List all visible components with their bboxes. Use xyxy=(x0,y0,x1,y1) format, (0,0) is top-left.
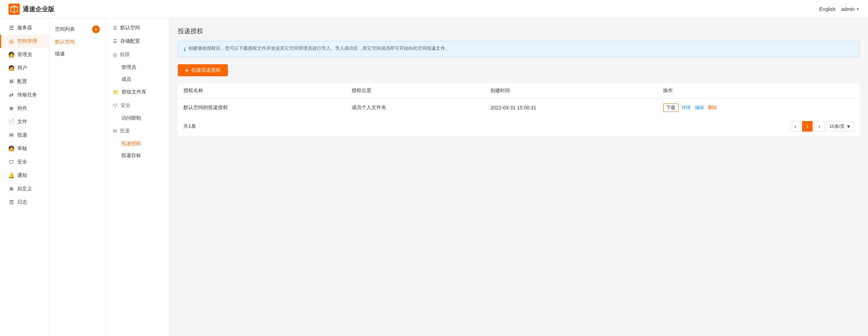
sidebar-label-custom: 自定义 xyxy=(17,186,32,192)
space-list-title: 空间列表 xyxy=(55,26,75,32)
space-list-header: 空间列表 + xyxy=(49,23,105,36)
sidebar-label-admin: 管理员 xyxy=(17,52,32,58)
sidebar-item-deliver[interactable]: ✉ 投递 xyxy=(0,128,49,142)
menu-item-default-space[interactable]: ☰ 默认空间 xyxy=(106,21,169,35)
header-right: English admin ▼ xyxy=(819,6,860,12)
col-created: 创建时间 xyxy=(485,83,657,98)
detail-button[interactable]: 详情 xyxy=(680,104,692,112)
header: 通速企业版 English admin ▼ xyxy=(0,0,868,18)
sidebar-label-log: 日志 xyxy=(17,199,27,205)
sidebar-item-security[interactable]: 🛡 安全 xyxy=(0,155,49,169)
notify-icon: 🔔 xyxy=(8,172,14,179)
logo-icon xyxy=(8,4,20,15)
custom-icon: ⊕ xyxy=(8,186,14,192)
sidebar-item-admin[interactable]: 🧑 管理员 xyxy=(0,48,49,61)
next-page-button[interactable]: › xyxy=(814,121,825,132)
transfer-icon: ⇄ xyxy=(8,92,14,98)
menu-label-default-space: 默认空间 xyxy=(120,25,140,31)
sidebar-item-log[interactable]: ☰ 日志 xyxy=(0,196,49,209)
pagination: ‹ 1 › 10条/页 ▼ xyxy=(790,121,854,132)
space-item-default[interactable]: 默认空间 xyxy=(49,36,105,48)
menu-group-permission: ◎ 权限 xyxy=(106,48,169,61)
create-deliver-auth-button[interactable]: ⊕ 创建投递授权 xyxy=(178,64,228,76)
col-name: 授权名称 xyxy=(178,83,346,98)
storage-icon: ☰ xyxy=(113,38,117,44)
menu-group-deliver: ✉ 投递 xyxy=(106,124,169,138)
submenu-item-deliver-target[interactable]: 投递目标 xyxy=(106,150,169,162)
download-button[interactable]: 下载 xyxy=(663,103,679,112)
deliver-auth-table: 授权名称 授权位置 创建时间 操作 默认空间的投递授权 成员个人文件夹 2022… xyxy=(178,83,860,117)
space-item-default-label: 默认空间 xyxy=(55,39,75,44)
add-space-button[interactable]: + xyxy=(92,25,100,33)
default-space-icon: ☰ xyxy=(113,25,117,31)
sidebar-label-server: 服务器 xyxy=(17,25,32,31)
sidebar-item-config[interactable]: ⚙ 配置 xyxy=(0,75,49,88)
user-icon: 🧑 xyxy=(8,65,14,71)
plus-icon: ⊕ xyxy=(185,67,189,73)
page-1-button[interactable]: 1 xyxy=(802,121,813,132)
user-menu[interactable]: admin ▼ xyxy=(841,6,860,12)
group-lib-icon: 📁 xyxy=(113,89,119,95)
sidebar-item-user[interactable]: 🧑 用户 xyxy=(0,61,49,75)
cell-actions: 下载 详情 编辑 删除 xyxy=(657,98,860,117)
sidebar-item-notify[interactable]: 🔔 通知 xyxy=(0,169,49,182)
menu-item-group-lib[interactable]: 📁 群组文件库 xyxy=(106,85,169,99)
security-icon: 🛡 xyxy=(8,159,14,165)
submenu-label-member: 成员 xyxy=(121,76,131,82)
submenu-item-access-limit[interactable]: 访问限制 xyxy=(106,112,169,124)
edit-button[interactable]: 编辑 xyxy=(693,104,705,112)
space-item-susv-label: 镭速 xyxy=(55,51,65,56)
total-count: 共1条 xyxy=(183,123,196,130)
menu-item-storage[interactable]: ☰ 存储配置 xyxy=(106,35,169,48)
menu-group-security: 🛡 安全 xyxy=(106,99,169,112)
col-location: 授权位置 xyxy=(346,83,485,98)
layout: ☰ 服务器 ◎ 空间管理 🧑 管理员 🧑 用户 ⚙ 配置 ⇄ 传输任务 ⊕ 协作… xyxy=(0,18,868,336)
info-icon: ℹ xyxy=(184,46,186,53)
prev-page-button[interactable]: ‹ xyxy=(790,121,801,132)
review-icon: 🧑 xyxy=(8,145,14,152)
sidebar-item-collab[interactable]: ⊕ 协作 xyxy=(0,102,49,115)
sidebar-label-file: 文件 xyxy=(17,119,27,125)
sidebar-label-security: 安全 xyxy=(17,159,27,165)
create-btn-label: 创建投递授权 xyxy=(191,67,221,73)
submenu-item-deliver-auth[interactable]: 投递授权 xyxy=(106,138,169,150)
config-icon: ⚙ xyxy=(8,78,14,85)
cell-auth-created: 2022-03-31 15:00:31 xyxy=(485,98,657,117)
sidebar-item-server[interactable]: ☰ 服务器 xyxy=(0,21,49,35)
page-size-label: 10条/页 xyxy=(829,123,845,130)
sidebar-label-transfer: 传输任务 xyxy=(17,92,37,98)
sidebar-label-notify: 通知 xyxy=(17,172,27,179)
language-switcher[interactable]: English xyxy=(819,6,836,12)
cell-auth-name: 默认空间的投递授权 xyxy=(178,98,346,117)
file-icon: 📄 xyxy=(8,119,14,125)
sidebar-label-config: 配置 xyxy=(17,78,27,85)
submenu-item-admin[interactable]: 管理员 xyxy=(106,61,169,73)
permission-icon: ◎ xyxy=(113,52,117,58)
main-content: 投递授权 ℹ 创建接收授权后，您可以下载授权文件并发送其它空间管理员进行导入。导… xyxy=(169,18,868,336)
info-banner: ℹ 创建接收授权后，您可以下载授权文件并发送其它空间管理员进行导入。导入成功后，… xyxy=(178,41,860,57)
second-sidebar: 空间列表 + 默认空间 镭速 xyxy=(49,18,106,336)
sidebar-item-review[interactable]: 🧑 审核 xyxy=(0,142,49,155)
username: admin xyxy=(841,6,855,12)
menu-label-permission: 权限 xyxy=(120,52,130,58)
info-banner-text: 创建接收授权后，您可以下载授权文件并发送其它空间管理员进行导入。导入成功后，其它… xyxy=(188,45,450,52)
sidebar-item-space[interactable]: ◎ 空间管理 xyxy=(0,35,49,48)
menu-label-security: 安全 xyxy=(121,102,130,109)
page-size-selector[interactable]: 10条/页 ▼ xyxy=(826,121,854,131)
submenu-label-admin: 管理员 xyxy=(121,64,136,70)
sidebar-item-transfer[interactable]: ⇄ 传输任务 xyxy=(0,88,49,102)
security-menu-icon: 🛡 xyxy=(113,103,118,108)
delete-button[interactable]: 删除 xyxy=(706,104,718,112)
submenu-item-member[interactable]: 成员 xyxy=(106,73,169,85)
space-item-susv[interactable]: 镭速 xyxy=(49,48,105,60)
table-row: 默认空间的投递授权 成员个人文件夹 2022-03-31 15:00:31 下载… xyxy=(178,98,860,117)
menu-label-group-lib: 群组文件库 xyxy=(122,89,146,95)
page-title: 投递授权 xyxy=(178,27,860,35)
menu-label-deliver: 投递 xyxy=(120,128,130,134)
sidebar-label-user: 用户 xyxy=(17,65,27,71)
chevron-down-icon: ▼ xyxy=(856,7,860,11)
sidebar-item-file[interactable]: 📄 文件 xyxy=(0,115,49,128)
sidebar-item-custom[interactable]: ⊕ 自定义 xyxy=(0,182,49,196)
sidebar-label-deliver: 投递 xyxy=(17,132,27,138)
col-action: 操作 xyxy=(657,83,860,98)
